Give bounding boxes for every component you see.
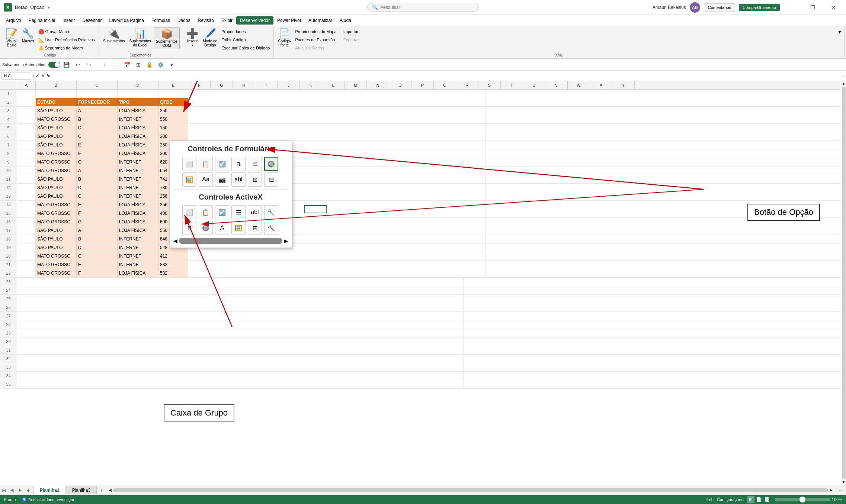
menu-formulas[interactable]: Fórmulas	[148, 16, 174, 25]
cell-rest-27[interactable]	[17, 312, 464, 320]
hscroll-right[interactable]: ▶	[830, 488, 833, 492]
cell-B2[interactable]: ESTADO	[36, 98, 77, 106]
ribbon-btn-visual-basic[interactable]: 📝 VisualBasic	[4, 28, 19, 48]
formula-input[interactable]	[54, 72, 839, 79]
activex-icon-image[interactable]: 🖼️	[231, 221, 246, 235]
row-num-31[interactable]: 31	[0, 346, 17, 354]
ribbon-btn-gravar-macro[interactable]: 🔴 Gravar Macro	[37, 28, 96, 36]
zoom-slider[interactable]	[775, 498, 830, 501]
menu-exibir[interactable]: Exibir	[218, 16, 236, 25]
cell-rest-5[interactable]	[188, 124, 486, 132]
sheet-tab-add[interactable]: +	[97, 486, 106, 495]
cell-D6[interactable]: LOJA FÍSICA	[118, 132, 158, 140]
col-A[interactable]: A	[17, 81, 36, 89]
cell-B7[interactable]: SÃO PAULO	[36, 141, 77, 149]
cell-C18[interactable]: B	[77, 235, 118, 243]
cell-A13[interactable]	[17, 192, 36, 200]
cell-B12[interactable]: SÃO PAULO	[36, 184, 77, 192]
cell-D2[interactable]: TIPO	[118, 98, 158, 106]
form-icon-textbox[interactable]: abl	[231, 172, 246, 187]
cell-D17[interactable]: LOJA FÍSICA	[118, 226, 158, 235]
ribbon-btn-atualizar[interactable]: Atualizar Dados	[294, 44, 338, 52]
row-num-23[interactable]: 23	[0, 278, 17, 286]
ribbon-btn-suplementos-excel[interactable]: 📊 Suplementosdo Excel	[127, 28, 153, 48]
cell-E6[interactable]: 200	[158, 132, 188, 140]
row-num-14[interactable]: 14	[0, 201, 17, 209]
cell-A4[interactable]	[17, 115, 36, 123]
scroll-down[interactable]: ▼	[842, 480, 846, 484]
display-settings-label[interactable]: Exibir Configurações	[705, 497, 743, 502]
cell-B1[interactable]	[36, 90, 77, 98]
row-num-11[interactable]: 11	[0, 175, 17, 183]
cell-B3[interactable]: SÃO PAULO	[36, 107, 77, 115]
activex-icon-3[interactable]: ☑️	[215, 205, 229, 219]
cell-A1[interactable]	[17, 90, 36, 98]
cell-E5[interactable]: 150	[158, 124, 188, 132]
row-num-7[interactable]: 7	[0, 141, 17, 149]
popup-scroll-right[interactable]: ▶	[284, 238, 288, 244]
col-V[interactable]: V	[545, 81, 568, 89]
row-num-35[interactable]: 35	[0, 380, 17, 388]
ribbon-btn-exportar[interactable]: Exportar	[342, 36, 360, 44]
cell-C13[interactable]: C	[77, 192, 118, 200]
save-btn[interactable]: 💾	[62, 60, 71, 69]
formula-expand[interactable]: ⌄	[841, 73, 845, 78]
cell-D7[interactable]: LOJA FÍSICA	[118, 141, 158, 149]
row-num-17[interactable]: 17	[0, 226, 17, 235]
autosave-toggle[interactable]	[48, 62, 60, 68]
cell-C10[interactable]: A	[77, 167, 118, 175]
cell-D15[interactable]: LOJA FÍSICA	[118, 209, 158, 217]
cell-E3[interactable]: 350	[158, 107, 188, 115]
cell-C19[interactable]: D	[77, 243, 118, 252]
cell-B5[interactable]: SÃO PAULO	[36, 124, 77, 132]
cell-A8[interactable]	[17, 149, 36, 158]
cell-rest-24[interactable]	[17, 286, 464, 294]
row-num-21[interactable]: 21	[0, 261, 17, 269]
ribbon-btn-prop-mapa[interactable]: Propriedades do Mapa	[294, 28, 338, 36]
cell-B21[interactable]: MATO GROSSO	[36, 261, 77, 269]
cell-A11[interactable]	[17, 175, 36, 183]
ribbon-btn-importar[interactable]: Importar	[342, 28, 360, 36]
ribbon-btn-pacotes[interactable]: Pacotes de Expansão	[294, 36, 338, 44]
row-num-16[interactable]: 16	[0, 218, 17, 226]
hscroll-bar[interactable]	[113, 488, 828, 492]
col-S[interactable]: S	[478, 81, 501, 89]
cell-B8[interactable]: MATO GROSSO	[36, 149, 77, 158]
activex-icon-tools[interactable]: 🔨	[264, 221, 278, 235]
cell-B6[interactable]: SÃO PAULO	[36, 132, 77, 140]
cell-A22[interactable]	[17, 269, 36, 277]
tb-btn5[interactable]: ⚙️	[156, 60, 166, 69]
cell-rest-32[interactable]	[17, 355, 464, 363]
form-icon-check[interactable]: ☑️	[215, 157, 229, 171]
form-icon-spin[interactable]: ⇅	[231, 157, 246, 171]
cell-D1[interactable]	[118, 90, 158, 98]
search-box[interactable]: 🔍	[367, 3, 479, 12]
cell-rest-29[interactable]	[17, 329, 464, 337]
menu-arquivo[interactable]: Arquivo	[2, 16, 25, 25]
popup-scrollbar[interactable]	[179, 238, 282, 244]
share-button[interactable]: Compartilhamento	[739, 4, 780, 11]
ribbon-btn-codigo-fonte[interactable]: 📄 Código-fonte	[276, 28, 293, 48]
cell-A17[interactable]	[17, 226, 36, 235]
cell-A10[interactable]	[17, 167, 36, 175]
col-D[interactable]: D	[118, 81, 158, 89]
row-num-9[interactable]: 9	[0, 158, 17, 166]
cell-C11[interactable]: B	[77, 175, 118, 183]
form-icon-list[interactable]: ☰	[248, 157, 262, 171]
cell-D11[interactable]: INTERNET	[118, 175, 158, 183]
scroll-thumb[interactable]	[842, 87, 846, 479]
col-F[interactable]: F	[188, 81, 211, 89]
cell-B4[interactable]: MATO GROSSO	[36, 115, 77, 123]
form-icon-image[interactable]: 📷	[215, 172, 229, 187]
cell-A14[interactable]	[17, 201, 36, 209]
cell-E21[interactable]: 882	[158, 261, 188, 269]
cell-D10[interactable]: INTERNET	[118, 167, 158, 175]
ribbon-btn-usar-referencias[interactable]: 📐 Usar Referências Relativas	[37, 36, 96, 44]
row-num-26[interactable]: 26	[0, 303, 17, 311]
cell-A18[interactable]	[17, 235, 36, 243]
cell-C1[interactable]	[77, 90, 118, 98]
form-icon-combo[interactable]: 📋	[199, 157, 213, 171]
cell-rest-2[interactable]	[188, 98, 486, 106]
redo-btn[interactable]: ↪	[84, 60, 94, 69]
cell-D9[interactable]: INTERNET	[118, 158, 158, 166]
